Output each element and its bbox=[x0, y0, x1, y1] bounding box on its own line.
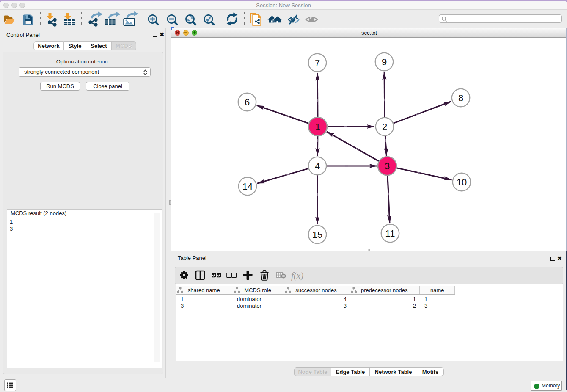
svg-text:3: 3 bbox=[385, 161, 390, 171]
svg-text:9: 9 bbox=[382, 57, 387, 67]
svg-text:4: 4 bbox=[315, 161, 320, 171]
svg-text:7: 7 bbox=[315, 58, 320, 68]
svg-text:15: 15 bbox=[312, 229, 322, 240]
svg-text:14: 14 bbox=[242, 181, 253, 192]
svg-text:f(x): f(x) bbox=[291, 271, 303, 281]
svg-text:6: 6 bbox=[245, 97, 250, 108]
svg-text:8: 8 bbox=[458, 93, 463, 103]
svg-text:1: 1 bbox=[315, 121, 320, 132]
svg-text:11: 11 bbox=[385, 228, 395, 239]
svg-text:2: 2 bbox=[382, 121, 387, 132]
svg-text:10: 10 bbox=[457, 177, 467, 188]
